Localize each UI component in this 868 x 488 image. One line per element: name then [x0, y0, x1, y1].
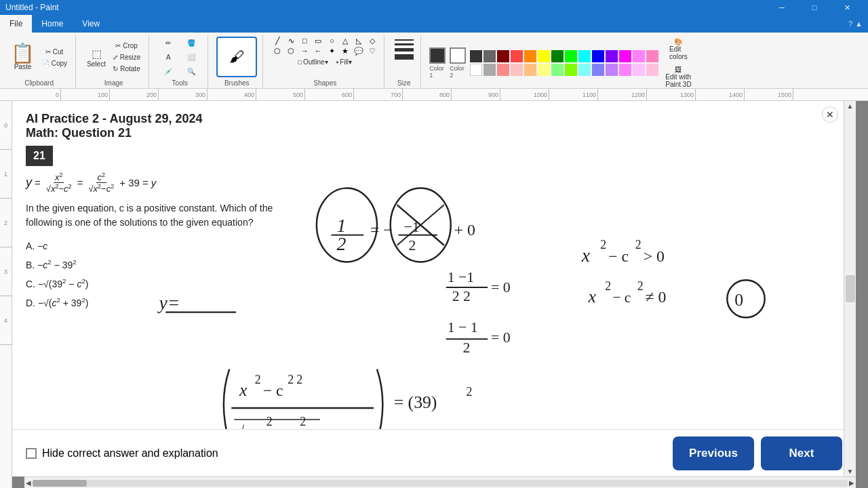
fill-shape-button[interactable]: ▪Fill▾ — [334, 57, 355, 67]
brush-preview[interactable]: 🖌 — [216, 37, 257, 77]
palette-salmon[interactable] — [497, 64, 509, 76]
next-button[interactable]: Next — [761, 436, 842, 470]
palette-lightyellow[interactable] — [538, 64, 550, 76]
copy-button[interactable]: 📄 Copy — [39, 58, 70, 68]
help-icon[interactable]: ? — [848, 20, 852, 28]
color1-swatch[interactable] — [429, 47, 446, 64]
fraction-x2: x2 √x2−c2 — [45, 171, 73, 195]
palette-magenta[interactable] — [619, 50, 631, 62]
shape-line[interactable]: ╱ — [271, 37, 283, 45]
text-button[interactable]: A — [157, 52, 179, 62]
previous-button[interactable]: Previous — [673, 436, 754, 470]
palette-pinklight[interactable] — [511, 64, 523, 76]
shape-hexagon[interactable]: ⬡ — [285, 47, 297, 56]
hide-answer-section: Hide correct answer and explanation — [26, 447, 218, 460]
ribbon-collapse-icon[interactable]: ▲ — [855, 20, 863, 28]
eraser-button[interactable]: ⬜ — [180, 52, 202, 62]
cut-button[interactable]: ✂ Cut — [39, 47, 70, 57]
shape-pentagon[interactable]: ⬠ — [271, 47, 283, 56]
palette-orange[interactable] — [524, 50, 536, 62]
close-overlay-button[interactable]: ✕ — [822, 106, 838, 123]
palette-lightcyan[interactable] — [578, 64, 591, 76]
color-picker-button[interactable]: 💉 — [157, 66, 179, 77]
palette-white[interactable] — [470, 64, 482, 76]
shape-rounded-rect[interactable]: ▭ — [312, 37, 324, 45]
tab-file[interactable]: File — [0, 15, 32, 33]
palette-thistle[interactable] — [633, 64, 645, 76]
hide-answer-checkbox[interactable] — [26, 448, 37, 459]
palette-lime[interactable] — [565, 50, 577, 62]
crop-label: ✂ Crop — [115, 42, 137, 49]
scroll-up-arrow[interactable]: ▲ — [847, 102, 854, 110]
palette-rose[interactable] — [646, 50, 658, 62]
palette-cyan[interactable] — [578, 50, 591, 62]
palette-dgray[interactable] — [484, 50, 496, 62]
paste-button[interactable]: 📋 Paste — [8, 43, 37, 72]
clipboard-buttons: 📋 Paste ✂ Cut 📄 Copy — [8, 37, 70, 78]
tab-home[interactable]: Home — [32, 15, 73, 33]
select-button[interactable]: ⬚ Select — [84, 46, 108, 69]
color2-swatch[interactable] — [450, 47, 466, 64]
size-1px[interactable] — [395, 39, 414, 41]
palette-red[interactable] — [511, 50, 523, 62]
shape-rect[interactable]: □ — [298, 37, 311, 45]
size-3px[interactable] — [395, 48, 414, 52]
shape-right-triangle[interactable]: ◺ — [353, 37, 365, 45]
palette-green[interactable] — [551, 50, 564, 62]
palette-purple[interactable] — [606, 50, 618, 62]
nav-buttons: Previous Next — [673, 436, 842, 470]
edit-paint3d-button[interactable]: 🖼 Edit withPaint 3D — [663, 64, 694, 89]
shape-callout[interactable]: 💬 — [353, 47, 365, 56]
close-button[interactable]: ✕ — [831, 0, 863, 15]
palette-darkred[interactable] — [497, 50, 509, 62]
scroll-thumb[interactable] — [846, 275, 855, 302]
palette-lgray[interactable] — [484, 64, 496, 76]
maximize-button[interactable]: □ — [799, 0, 830, 15]
question-title: AI Practice 2 - August 29, 2024 — [26, 112, 842, 126]
shape-heart[interactable]: ♡ — [366, 47, 378, 56]
title-bar-title: Untitled - Paint — [5, 3, 59, 12]
scroll-down-arrow[interactable]: ▼ — [847, 468, 854, 475]
shape-triangle[interactable]: △ — [339, 37, 351, 45]
horiz-scroll-thumb[interactable] — [33, 480, 87, 487]
svg-text:2: 2 — [296, 373, 302, 386]
shape-star5[interactable]: ★ — [339, 47, 351, 56]
palette-lightgreen[interactable] — [551, 64, 564, 76]
tab-view[interactable]: View — [73, 15, 109, 33]
magnifier-button[interactable]: 🔍 — [180, 66, 202, 77]
shape-arrow-left[interactable]: ← — [312, 47, 324, 56]
ruler-mark-1500: 1500 — [745, 89, 793, 100]
size-4px[interactable] — [395, 54, 414, 60]
shape-ellipse[interactable]: ○ — [326, 37, 338, 45]
palette-pink[interactable] — [633, 50, 645, 62]
horiz-scroll-track[interactable] — [33, 480, 848, 487]
paint-canvas[interactable]: AI Practice 2 - August 29, 2024 Math: Qu… — [12, 101, 856, 476]
palette-orchid[interactable] — [619, 64, 631, 76]
minimize-button[interactable]: ─ — [766, 0, 797, 15]
fill-button[interactable]: 🪣 — [180, 38, 202, 48]
palette-periwinkle[interactable] — [592, 64, 604, 76]
resize-button[interactable]: ⤢ Resize — [110, 52, 143, 62]
edit-colors-button[interactable]: 🎨 Editcolors — [663, 37, 694, 62]
magnifier-icon: 🔍 — [187, 68, 195, 75]
palette-peach[interactable] — [524, 64, 536, 76]
rotate-button[interactable]: ↻ Rotate — [110, 64, 143, 74]
shape-diamond[interactable]: ◇ — [366, 37, 378, 45]
palette-mist[interactable] — [646, 64, 658, 76]
shape-curve[interactable]: ∿ — [285, 37, 297, 45]
scroll-right-arrow[interactable]: ▶ — [849, 479, 854, 487]
scroll-left-arrow[interactable]: ◀ — [26, 479, 31, 487]
shape-star4[interactable]: ✦ — [326, 47, 338, 56]
outline-button[interactable]: □Outline▾ — [295, 57, 331, 67]
palette-lavender[interactable] — [606, 64, 618, 76]
vertical-scrollbar[interactable]: ▲ ▼ — [844, 101, 856, 476]
palette-blue[interactable] — [592, 50, 604, 62]
shape-arrow-right[interactable]: → — [298, 47, 311, 56]
horizontal-scrollbar[interactable]: ◀ ▶ — [24, 476, 856, 488]
size-2px[interactable] — [395, 43, 414, 45]
crop-button[interactable]: ✂ Crop — [110, 41, 143, 51]
palette-yellow[interactable] — [538, 50, 550, 62]
palette-chartreuse[interactable] — [565, 64, 577, 76]
palette-black[interactable] — [470, 50, 482, 62]
pencil-button[interactable]: ✏ — [157, 38, 179, 48]
